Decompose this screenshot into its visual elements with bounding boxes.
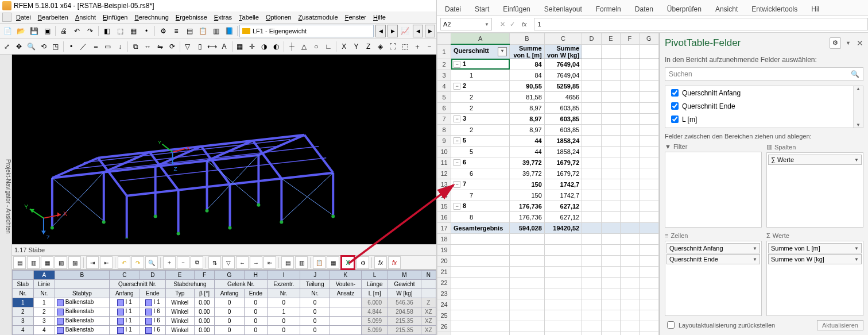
ribbon-tab-ansicht[interactable]: Ansicht: [712, 3, 741, 16]
redo2-icon[interactable]: ↷: [131, 256, 144, 269]
pivot-pill[interactable]: Summe von L [m]▼: [768, 243, 862, 253]
filter-icon[interactable]: ▽: [182, 40, 193, 53]
view-z-icon[interactable]: Z: [363, 40, 374, 53]
member-icon[interactable]: ＝: [90, 40, 101, 53]
mirror-icon[interactable]: ⇋: [154, 40, 165, 53]
members-icon[interactable]: ⬚: [114, 25, 126, 37]
new-icon[interactable]: 📄: [1, 25, 14, 37]
pivot-area-values[interactable]: ΣWerte Summe von L [m]▼Summe von W [kg]▼: [766, 232, 863, 316]
arrow2-icon[interactable]: →: [250, 256, 262, 269]
copy-icon[interactable]: ⧉: [130, 40, 141, 53]
fx-icon[interactable]: fx: [374, 256, 387, 269]
pivot-field-3[interactable]: W [kg]: [665, 126, 863, 128]
surface-tool-icon[interactable]: ▭: [102, 40, 114, 53]
prev-lc-button[interactable]: ◀: [375, 25, 386, 37]
excel-grid[interactable]: ABCDEFG1Querschnitt▾Summe von L [m]Summe…: [437, 33, 660, 335]
undo2-icon[interactable]: ↶: [118, 256, 130, 269]
view-x-icon[interactable]: X: [338, 40, 350, 53]
close-icon[interactable]: ✕: [857, 38, 863, 48]
ribbon-tab-formeln[interactable]: Formeln: [592, 3, 625, 16]
axes-icon[interactable]: ┼: [286, 40, 297, 53]
pivot-search-input[interactable]: Suchen🔍: [665, 67, 863, 81]
pivot-pill[interactable]: Querschnitt Ende▼: [666, 254, 760, 264]
menu-ergebnisse[interactable]: Ergebnisse: [172, 13, 211, 22]
ribbon-tab-seitenlayout[interactable]: Seitenlayout: [541, 3, 586, 16]
pan-icon[interactable]: ✥: [13, 40, 25, 53]
appmenu-icon[interactable]: [2, 13, 11, 22]
name-box[interactable]: A2▼: [440, 18, 492, 30]
import-icon[interactable]: ⇥: [86, 256, 99, 269]
pivot-field-2[interactable]: L [m]: [665, 113, 863, 126]
results-icon[interactable]: ≡: [170, 25, 183, 37]
copy-row-icon[interactable]: ⧉: [191, 256, 203, 269]
confirm-icon[interactable]: ✓: [510, 21, 515, 28]
ortho-icon[interactable]: ∟: [323, 40, 334, 53]
menu-ansicht[interactable]: Ansicht: [72, 13, 99, 22]
pivot-field-1[interactable]: Querschnitt Ende: [665, 99, 863, 113]
update-button[interactable]: Aktualisieren: [817, 320, 863, 330]
block-icon[interactable]: ▣: [41, 25, 53, 37]
next-lc-button[interactable]: ▶: [388, 25, 398, 37]
menu-hilfe[interactable]: Hilfe: [370, 13, 389, 22]
move-icon[interactable]: ↔: [142, 40, 153, 53]
menu-zusatzmodule[interactable]: Zusatzmodule: [295, 13, 342, 22]
ribbon-tab-einfügen[interactable]: Einfügen: [499, 3, 533, 16]
select-icon[interactable]: ▯: [194, 40, 206, 53]
menu-optionen[interactable]: Optionen: [262, 13, 295, 22]
menu-fenster[interactable]: Fenster: [342, 13, 370, 22]
defer-layout-checkbox[interactable]: Layoutaktualisierung zurückstellen: [665, 319, 813, 330]
pivot-pill[interactable]: Summe von W [kg]▼: [768, 254, 862, 264]
render-icon[interactable]: ◐: [270, 40, 282, 53]
undo-icon[interactable]: ↶: [71, 25, 83, 37]
grid-icon[interactable]: ▦: [234, 40, 246, 53]
zoom-out-icon[interactable]: －: [424, 40, 435, 53]
pivot-pill[interactable]: Querschnitt Anfang▼: [666, 243, 760, 253]
ttab4-icon[interactable]: ▧: [55, 256, 67, 269]
sort-icon[interactable]: ⇅: [208, 256, 221, 269]
view-iso-icon[interactable]: ◈: [375, 40, 386, 53]
tool-x-icon[interactable]: ⚙: [356, 256, 369, 269]
tfilter-icon[interactable]: ▽: [222, 256, 235, 269]
zoom-in-icon[interactable]: ＋: [411, 40, 423, 53]
scroll-down-icon[interactable]: ▼: [854, 122, 863, 128]
ribbon-tab-überprüfen[interactable]: Überprüfen: [664, 3, 705, 16]
hinge-icon[interactable]: ○: [311, 40, 322, 53]
ribbon-tab-daten[interactable]: Daten: [631, 3, 657, 16]
formula-input[interactable]: 1: [534, 18, 868, 30]
pivot-filter-icon[interactable]: ▾: [498, 47, 507, 56]
book-icon[interactable]: 📘: [223, 25, 235, 37]
pivot-pill[interactable]: ∑ Werte▼: [768, 155, 862, 165]
project-navigator-tab[interactable]: Projekt-Navigator - Ansichten: [0, 55, 12, 335]
iso-icon[interactable]: ◳: [50, 40, 61, 53]
pivot-area-rows[interactable]: ≡Zeilen Querschnitt Anfang▼Querschnitt E…: [665, 232, 762, 316]
gear-icon[interactable]: ⚙: [830, 37, 841, 49]
ttab5-icon[interactable]: ▨: [68, 256, 81, 269]
redo-icon[interactable]: ↷: [84, 25, 96, 37]
search-icon[interactable]: 🔍: [145, 256, 158, 269]
graph-icon[interactable]: 📈: [398, 25, 411, 37]
menu-einfügen[interactable]: Einfügen: [99, 13, 131, 22]
ribbon-tab-entwicklertools[interactable]: Entwicklertools: [748, 3, 801, 16]
scroll-up-icon[interactable]: ▲: [854, 86, 863, 91]
menu-extras[interactable]: Extras: [211, 13, 235, 22]
fx-label-icon[interactable]: fx: [522, 21, 527, 28]
cancel-icon[interactable]: ✕: [500, 21, 505, 28]
view-y-icon[interactable]: Y: [350, 40, 362, 53]
ttab3-icon[interactable]: ▦: [41, 256, 53, 269]
chevron-down-icon[interactable]: ▼: [485, 22, 489, 27]
tables-icon[interactable]: ▤: [183, 25, 196, 37]
rotate-icon[interactable]: ⟲: [38, 40, 49, 53]
dim-icon[interactable]: ⟷: [206, 40, 218, 53]
rotate-tool-icon[interactable]: ⟳: [166, 40, 178, 53]
save-icon[interactable]: 💾: [28, 25, 40, 37]
menu-bearbeiten[interactable]: Bearbeiten: [34, 13, 72, 22]
zoom-win-icon[interactable]: ⬚: [399, 40, 410, 53]
pivot-area-filter[interactable]: ▼Filter: [665, 143, 762, 228]
calc-icon[interactable]: ⚙: [157, 25, 169, 37]
table-opt-icon[interactable]: ▤: [281, 256, 294, 269]
ribbon-tab-start[interactable]: Start: [471, 3, 493, 16]
export-icon[interactable]: ⇤: [100, 256, 113, 269]
arrow1-icon[interactable]: ←: [236, 256, 249, 269]
prev-step-button[interactable]: ◀: [413, 25, 423, 37]
loadcase-icon[interactable]: ◧: [100, 25, 113, 37]
